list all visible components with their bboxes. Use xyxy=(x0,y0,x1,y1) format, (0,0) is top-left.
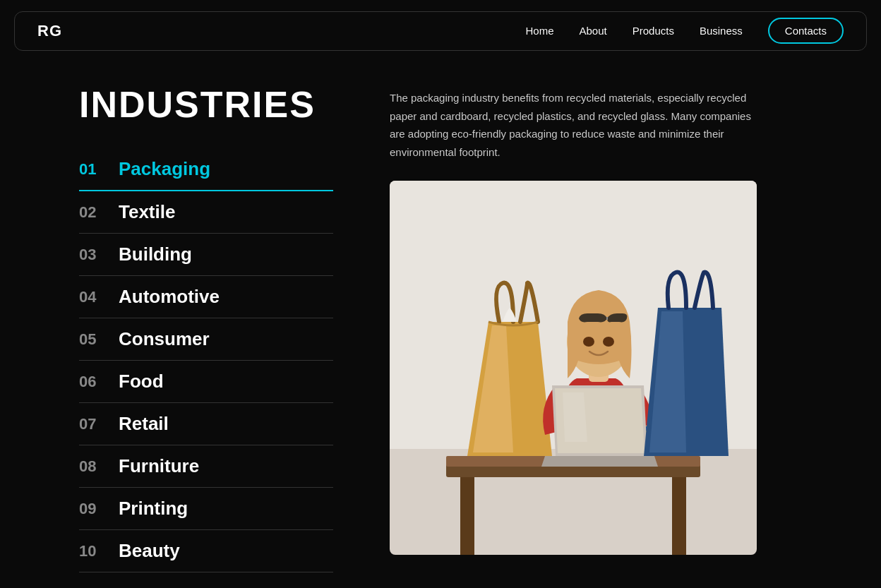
industry-name: Building xyxy=(119,244,192,265)
industry-name: Automotive xyxy=(119,286,220,308)
industry-number: 10 xyxy=(79,542,106,560)
logo: RG xyxy=(37,22,62,40)
industry-list: 01Packaging02Textile03Building04Automoti… xyxy=(79,148,333,572)
industry-name: Consumer xyxy=(119,328,210,350)
industry-item[interactable]: 03Building xyxy=(79,234,333,276)
industry-number: 09 xyxy=(79,500,106,518)
industry-number: 03 xyxy=(79,246,106,264)
industry-item[interactable]: 07Retail xyxy=(79,403,333,445)
nav-business[interactable]: Business xyxy=(700,25,743,37)
industry-name: Textile xyxy=(119,201,175,223)
industry-number: 04 xyxy=(79,288,106,306)
industry-item[interactable]: 05Consumer xyxy=(79,318,333,361)
industry-item[interactable]: 02Textile xyxy=(79,191,333,234)
industry-item[interactable]: 01Packaging xyxy=(79,148,333,191)
industry-name: Printing xyxy=(119,498,188,520)
industry-item[interactable]: 10Beauty xyxy=(79,530,333,572)
industry-name: Furniture xyxy=(119,455,199,477)
nav-home[interactable]: Home xyxy=(526,25,554,37)
industry-name: Food xyxy=(119,371,164,392)
industry-description: The packaging industry benefits from rec… xyxy=(390,89,757,161)
industry-item[interactable]: 06Food xyxy=(79,361,333,403)
svg-point-10 xyxy=(603,337,614,347)
laptop xyxy=(541,385,658,467)
svg-rect-4 xyxy=(672,477,686,555)
right-column: The packaging industry benefits from rec… xyxy=(390,83,802,572)
industry-item[interactable]: 04Automotive xyxy=(79,276,333,318)
industry-number: 05 xyxy=(79,330,106,349)
industry-image-svg xyxy=(390,181,757,555)
nav-products[interactable]: Products xyxy=(633,25,674,37)
industry-name: Packaging xyxy=(119,158,210,180)
industry-name: Retail xyxy=(119,413,169,435)
svg-rect-3 xyxy=(460,477,474,555)
main-content: INDUSTRIES 01Packaging02Textile03Buildin… xyxy=(0,62,881,588)
industry-name: Beauty xyxy=(119,540,180,562)
industry-item[interactable]: 09Printing xyxy=(79,488,333,530)
industry-number: 02 xyxy=(79,203,106,222)
industry-item[interactable]: 08Furniture xyxy=(79,445,333,488)
nav-links: Home About Products Business Contacts xyxy=(526,25,844,37)
industry-number: 08 xyxy=(79,457,106,476)
industry-number: 07 xyxy=(79,415,106,433)
page-title: INDUSTRIES xyxy=(79,83,333,126)
industry-number: 01 xyxy=(79,160,106,179)
svg-point-9 xyxy=(583,337,594,347)
industry-image xyxy=(390,181,757,555)
navbar: RG Home About Products Business Contacts xyxy=(14,11,867,51)
nav-contacts-button[interactable]: Contacts xyxy=(768,18,844,44)
industry-number: 06 xyxy=(79,373,106,391)
nav-about[interactable]: About xyxy=(580,25,607,37)
left-column: INDUSTRIES 01Packaging02Textile03Buildin… xyxy=(79,83,333,572)
